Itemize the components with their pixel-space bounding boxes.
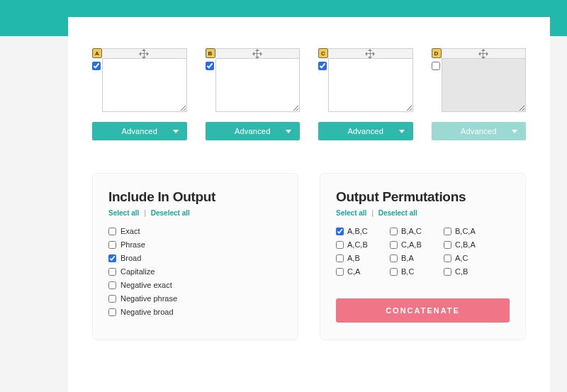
column-header: C bbox=[318, 48, 413, 58]
include-option[interactable]: Negative broad bbox=[108, 308, 282, 316]
perm-deselect-all-link[interactable]: Deselect all bbox=[378, 209, 417, 217]
include-option-checkbox[interactable] bbox=[108, 281, 116, 289]
input-column-c: CAdvanced bbox=[318, 48, 413, 140]
perm-option-checkbox[interactable] bbox=[336, 241, 344, 249]
include-option-checkbox[interactable] bbox=[108, 295, 116, 303]
perm-grid: A,B,CB,A,CB,C,AA,C,BC,A,BC,B,AA,BB,AA,CC… bbox=[336, 227, 510, 276]
column-enable-checkbox[interactable] bbox=[432, 62, 440, 70]
perm-option[interactable]: B,A bbox=[390, 254, 432, 262]
column-enable-checkbox[interactable] bbox=[318, 62, 327, 70]
drag-handle[interactable] bbox=[102, 48, 187, 58]
perm-option[interactable]: C,B bbox=[444, 267, 486, 276]
perm-option-checkbox[interactable] bbox=[390, 268, 398, 276]
include-option-checkbox[interactable] bbox=[108, 228, 116, 235]
perm-option-checkbox[interactable] bbox=[444, 228, 451, 235]
chevron-down-icon bbox=[173, 130, 179, 133]
move-icon bbox=[480, 50, 487, 57]
perm-option-label: C,B,A bbox=[455, 240, 476, 249]
include-output-panel: Include In Output Select all | Deselect … bbox=[92, 173, 298, 340]
move-icon bbox=[366, 50, 374, 57]
perm-option-label: A,C bbox=[455, 254, 468, 262]
include-option[interactable]: Negative exact bbox=[108, 281, 282, 289]
column-textarea[interactable] bbox=[442, 58, 527, 112]
perm-option[interactable]: C,B,A bbox=[444, 240, 486, 249]
input-column-d: DAdvanced bbox=[432, 48, 527, 140]
perm-option-checkbox[interactable] bbox=[444, 268, 451, 276]
advanced-dropdown[interactable]: Advanced bbox=[318, 122, 413, 140]
perm-option[interactable]: C,A bbox=[336, 267, 378, 276]
include-deselect-all-link[interactable]: Deselect all bbox=[151, 209, 190, 217]
include-option[interactable]: Phrase bbox=[108, 240, 282, 249]
chevron-down-icon bbox=[399, 130, 405, 133]
column-header: A bbox=[92, 48, 187, 58]
include-option-label: Capitalize bbox=[120, 267, 155, 276]
perm-option[interactable]: B,A,C bbox=[390, 227, 432, 235]
include-option-label: Broad bbox=[120, 254, 141, 262]
include-options-list: ExactPhraseBroadCapitalizeNegative exact… bbox=[108, 227, 282, 316]
perm-option-checkbox[interactable] bbox=[390, 254, 398, 262]
separator: | bbox=[371, 209, 374, 217]
column-enable-checkbox[interactable] bbox=[92, 62, 101, 70]
include-option-label: Phrase bbox=[120, 240, 145, 249]
drag-handle[interactable] bbox=[215, 48, 301, 58]
perm-option-checkbox[interactable] bbox=[336, 228, 344, 235]
column-textarea[interactable] bbox=[215, 58, 301, 112]
column-textarea[interactable] bbox=[328, 58, 413, 112]
perm-option[interactable]: A,C bbox=[444, 254, 486, 262]
perm-row: A,C,BC,A,BC,B,A bbox=[336, 240, 510, 249]
include-option[interactable]: Broad bbox=[108, 254, 282, 262]
move-icon bbox=[140, 50, 147, 57]
include-select-all-link[interactable]: Select all bbox=[108, 209, 139, 217]
perm-option-label: C,B bbox=[455, 267, 468, 276]
perm-option-label: B,A bbox=[401, 254, 414, 262]
perm-option[interactable]: B,C bbox=[390, 267, 432, 276]
main-card: AAdvancedBAdvancedCAdvancedDAdvanced Inc… bbox=[68, 17, 550, 392]
advanced-dropdown[interactable]: Advanced bbox=[432, 122, 527, 140]
include-option-checkbox[interactable] bbox=[108, 254, 116, 262]
permutations-title: Output Permutations bbox=[336, 189, 510, 205]
advanced-label: Advanced bbox=[121, 127, 157, 135]
include-option-label: Exact bbox=[120, 227, 140, 235]
column-enable-checkbox[interactable] bbox=[206, 62, 214, 70]
panels-row: Include In Output Select all | Deselect … bbox=[92, 173, 526, 340]
input-column-a: AAdvanced bbox=[92, 48, 187, 140]
advanced-label: Advanced bbox=[347, 127, 383, 135]
input-column-b: BAdvanced bbox=[206, 48, 301, 140]
include-option-checkbox[interactable] bbox=[108, 308, 116, 316]
perm-option-label: C,A bbox=[347, 267, 360, 276]
drag-handle[interactable] bbox=[442, 48, 527, 58]
perm-option-checkbox[interactable] bbox=[336, 254, 344, 262]
perm-row: A,BB,AA,C bbox=[336, 254, 510, 262]
column-badge: A bbox=[92, 48, 102, 58]
perm-option-label: B,C bbox=[401, 267, 414, 276]
advanced-dropdown[interactable]: Advanced bbox=[92, 122, 187, 140]
perm-option[interactable]: C,A,B bbox=[390, 240, 432, 249]
drag-handle[interactable] bbox=[328, 48, 413, 58]
include-option[interactable]: Negative phrase bbox=[108, 294, 282, 303]
concatenate-button[interactable]: CONCATENATE bbox=[336, 298, 510, 323]
perm-option-checkbox[interactable] bbox=[444, 241, 451, 249]
include-output-title: Include In Output bbox=[108, 189, 282, 205]
include-option[interactable]: Exact bbox=[108, 227, 282, 235]
include-option-checkbox[interactable] bbox=[108, 241, 116, 249]
perm-option-checkbox[interactable] bbox=[390, 241, 398, 249]
input-columns-row: AAdvancedBAdvancedCAdvancedDAdvanced bbox=[92, 48, 526, 140]
column-textarea[interactable] bbox=[102, 58, 187, 112]
perm-option-checkbox[interactable] bbox=[390, 228, 398, 235]
move-icon bbox=[254, 50, 261, 57]
separator: | bbox=[144, 209, 146, 217]
perm-option-checkbox[interactable] bbox=[336, 268, 344, 276]
perm-select-links: Select all | Deselect all bbox=[336, 209, 510, 217]
perm-option[interactable]: A,B,C bbox=[336, 227, 378, 235]
perm-select-all-link[interactable]: Select all bbox=[336, 209, 366, 217]
column-header: D bbox=[432, 48, 527, 58]
include-option[interactable]: Capitalize bbox=[108, 267, 282, 276]
perm-option[interactable]: A,C,B bbox=[336, 240, 378, 249]
advanced-dropdown[interactable]: Advanced bbox=[206, 122, 301, 140]
perm-option[interactable]: B,C,A bbox=[444, 227, 486, 235]
perm-option-label: A,B bbox=[347, 254, 360, 262]
include-option-checkbox[interactable] bbox=[108, 268, 116, 276]
chevron-down-icon bbox=[512, 130, 517, 133]
perm-option-checkbox[interactable] bbox=[444, 254, 451, 262]
perm-option[interactable]: A,B bbox=[336, 254, 378, 262]
